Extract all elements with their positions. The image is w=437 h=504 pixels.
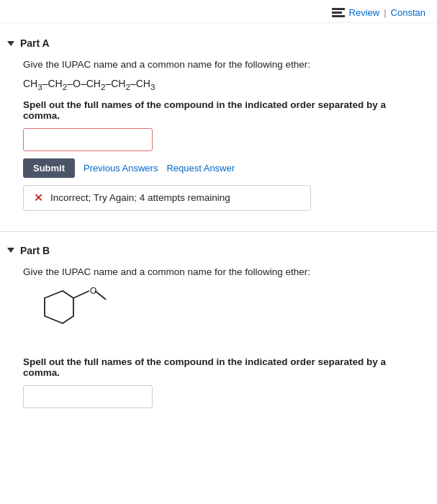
part-a-request-answer-link[interactable]: Request Answer <box>166 163 235 174</box>
part-a-previous-answers-link[interactable]: Previous Answers <box>84 163 158 174</box>
part-b-answer-input[interactable] <box>23 385 153 408</box>
incorrect-icon: ✕ <box>34 192 43 204</box>
review-icon <box>332 8 345 17</box>
constants-link[interactable]: Constan <box>391 7 425 18</box>
part-a-instruction: Spell out the full names of the compound… <box>23 99 423 121</box>
part-b-header: Part B <box>7 245 423 256</box>
svg-rect-0 <box>332 8 345 10</box>
part-a-action-row: Submit Previous Answers Request Answer <box>23 158 423 178</box>
part-a-answer-input[interactable] <box>23 128 153 151</box>
part-a-chevron-icon <box>7 41 14 46</box>
part-a-title: Part A <box>20 37 50 49</box>
part-b-instruction: Spell out the full names of the compound… <box>23 356 423 378</box>
part-b-section: Part B Give the IUPAC name and a common … <box>0 238 437 423</box>
part-b-structure-drawing: O <box>23 284 423 351</box>
part-b-title: Part B <box>20 245 50 256</box>
part-b-toggle[interactable] <box>7 248 14 253</box>
review-bars-icon <box>332 8 345 17</box>
part-a-section: Part A Give the IUPAC name and a common … <box>0 30 437 225</box>
part-a-feedback-box: ✕ Incorrect; Try Again; 4 attempts remai… <box>23 185 311 211</box>
part-a-toggle[interactable] <box>7 41 14 46</box>
section-divider <box>0 231 437 232</box>
part-b-input-wrapper <box>23 385 423 408</box>
svg-rect-1 <box>332 12 342 14</box>
top-bar: Review | Constan <box>0 0 437 23</box>
svg-rect-2 <box>332 15 345 17</box>
part-a-input-wrapper <box>23 128 423 151</box>
part-a-feedback-text: Incorrect; Try Again; 4 attempts remaini… <box>50 192 230 203</box>
part-a-chemical: CH3–CH2–O–CH2–CH2–CH3 <box>23 76 423 93</box>
part-b-question-line1: Give the IUPAC name and a common name fo… <box>23 265 423 279</box>
svg-line-4 <box>73 291 89 298</box>
part-a-question-line1: Give the IUPAC name and a common name fo… <box>23 58 423 72</box>
part-a-submit-button[interactable]: Submit <box>23 158 75 178</box>
cyclohexane-ether-svg: O <box>23 284 109 348</box>
review-link[interactable]: Review <box>349 7 380 18</box>
part-b-chevron-icon <box>7 248 14 253</box>
part-a-header: Part A <box>7 37 423 49</box>
main-content: Part A Give the IUPAC name and a common … <box>0 23 437 423</box>
separator: | <box>384 7 386 18</box>
svg-marker-3 <box>45 291 73 323</box>
